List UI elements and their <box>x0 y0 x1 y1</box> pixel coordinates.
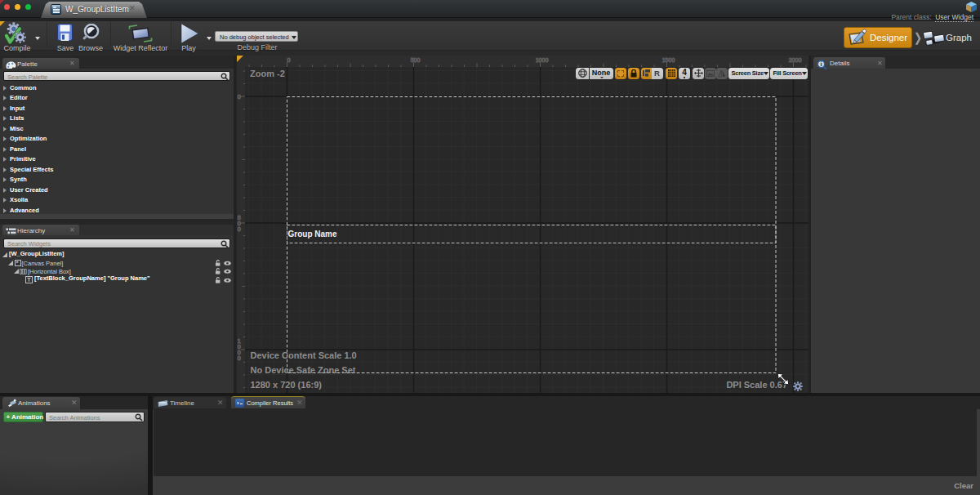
svg-text:1500: 1500 <box>662 57 675 63</box>
svg-text:0: 0 <box>238 221 241 226</box>
svg-text:0: 0 <box>238 94 241 100</box>
svg-text:2000: 2000 <box>789 57 802 63</box>
svg-text:0: 0 <box>238 344 241 350</box>
svg-text:0: 0 <box>238 226 241 232</box>
svg-text:0: 0 <box>287 57 291 63</box>
svg-text:0: 0 <box>238 350 241 355</box>
svg-text:1: 1 <box>238 338 241 344</box>
svg-text:1000: 1000 <box>536 57 549 63</box>
svg-text:5: 5 <box>238 215 241 221</box>
svg-text:500: 500 <box>411 57 421 63</box>
svg-text:0: 0 <box>238 355 241 361</box>
svg-text:i: i <box>820 60 822 68</box>
